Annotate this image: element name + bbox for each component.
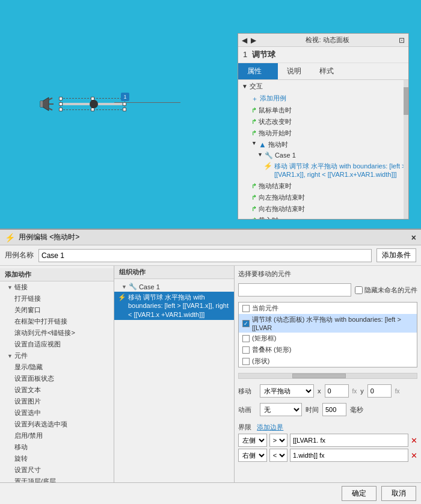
event-state-change[interactable]: ↱ 状态改变时 [238, 116, 408, 128]
time-label: 时间 [306, 405, 319, 414]
action-set-text[interactable]: 设置文本 [0, 384, 114, 396]
left-delete-button[interactable]: ✕ [411, 436, 417, 445]
action-set-selected[interactable]: 设置选中 [0, 407, 114, 419]
left-side-select[interactable]: 左侧 [238, 434, 267, 447]
animate-row: 动画 无 时间 毫秒 [238, 403, 417, 416]
hide-unnamed-checkbox[interactable] [355, 286, 363, 294]
svg-line-1 [49, 98, 52, 100]
y-input[interactable] [367, 384, 392, 398]
left-op-select[interactable]: > [269, 434, 287, 447]
time-input[interactable] [322, 403, 346, 416]
add-condition-button[interactable]: 添加条件 [376, 248, 416, 262]
right-delete-button[interactable]: ✕ [411, 451, 417, 460]
action-set-image[interactable]: 设置图片 [0, 396, 114, 407]
action-scroll-to[interactable]: 滚动到元件<锚链接> [0, 327, 114, 339]
dialog-close-button[interactable]: × [411, 233, 416, 242]
dialog-titlebar: ⚡ 用例编辑 <拖动时> × [0, 230, 421, 245]
panel-content: ▼ 交互 ＋ 添加用例 ↱ 鼠标单击时 ↱ 状态改变时 ↱ 拖动开始时 [238, 80, 408, 219]
action-open-link[interactable]: 打开链接 [0, 293, 114, 304]
action-show-hide[interactable]: 显示/隐藏 [0, 361, 114, 373]
panel-close-icon[interactable]: ◀ [242, 36, 247, 45]
event-drag-right[interactable]: ↱ 向右拖动结束时 [238, 203, 408, 215]
el-rect-checkbox[interactable] [242, 335, 250, 342]
organize-case[interactable]: ▼ 🔧 Case 1 [114, 281, 234, 292]
casename-input[interactable] [38, 249, 372, 262]
panel-expand-icon[interactable]: ⊡ [399, 36, 405, 45]
panel-scrollbar-thumb [404, 87, 408, 115]
el-rect[interactable]: (矩形框) [239, 333, 417, 344]
event-drag[interactable]: ▼ ▲ 拖动时 [238, 139, 408, 150]
el-cup[interactable]: 普叠杯 (矩形) [239, 344, 417, 355]
element-list: 当前元件 调节球 (动态面板) 水平拖动 with boundaries: [l… [238, 302, 417, 367]
action-rotate[interactable]: 旋转 [0, 453, 114, 464]
el-cup-checkbox[interactable] [242, 346, 250, 354]
add-use-case-link[interactable]: ＋ 添加用例 [238, 93, 408, 105]
canvas-area: 1 ◀ ▶ 检视: 动态面板 ⊡ 1 调节球 属性 [0, 0, 421, 229]
dialog-footer: 确定 取消 [0, 482, 421, 504]
el-current[interactable]: 当前元件 [239, 303, 417, 314]
right-value-input[interactable] [290, 449, 408, 462]
x-input[interactable] [325, 384, 349, 398]
action-move[interactable]: ⚡ 移动 调节球 水平拖动 with boundaries: [left > [… [238, 161, 408, 180]
slider-thumb[interactable] [90, 100, 98, 108]
organize-item-0[interactable]: ⚡ 移动 调节球 水平拖动 with boundaries: [left > [… [114, 292, 234, 320]
el-rect-label: (矩形框) [252, 334, 276, 343]
dialog-columns: 添加动作 ▼ 链接 打开链接 关闭窗口 在框架中打开链接 滚动到元件<锚链接> … [0, 266, 421, 482]
event-drag-left[interactable]: ↱ 向左拖动结束时 [238, 192, 408, 203]
organize-tree: ▼ 🔧 Case 1 ⚡ 移动 调节球 水平拖动 with boundaries… [114, 279, 234, 482]
tab-style[interactable]: 样式 [310, 63, 343, 79]
tab-properties[interactable]: 属性 [238, 63, 278, 79]
el-current-checkbox[interactable] [242, 305, 250, 312]
panel-nav-icon[interactable]: ▶ [251, 36, 256, 45]
scrollbar-h[interactable] [238, 373, 417, 379]
group-links-label: 链接 [14, 283, 28, 292]
casename-row: 用例名称 添加条件 [0, 245, 421, 266]
right-op-select[interactable]: < [269, 449, 287, 462]
connector-line [114, 102, 180, 103]
col-configure: 选择要移动的元件 隐藏未命名的元件 当前元件 调节球 (动态面板) 水平拖动 w… [235, 266, 421, 482]
panel-scrollbar[interactable] [404, 80, 408, 219]
case-1[interactable]: ▼ 🔧 Case 1 [238, 150, 408, 161]
add-boundary-link[interactable]: 添加边界 [257, 423, 283, 431]
organize-case-label: Case 1 [139, 283, 160, 290]
action-adaptive-view[interactable]: 设置自适应视图 [0, 339, 114, 350]
move-select[interactable]: 水平拖动 [260, 384, 314, 398]
animate-select[interactable]: 无 [260, 403, 302, 416]
action-set-panel-state[interactable]: 设置面板状态 [0, 373, 114, 384]
el-slider-checkbox[interactable] [242, 320, 250, 327]
el-shape[interactable]: (形状) [239, 355, 417, 367]
el-slider-label: 调节球 (动态面板) 水平拖动 with boundaries: [left >… [252, 315, 413, 331]
panel-title: 检视: 动态面板 [306, 35, 349, 45]
el-shape-checkbox[interactable] [242, 358, 250, 365]
event-mouse-click[interactable]: ↱ 鼠标单击时 [238, 105, 408, 116]
event-drag-end[interactable]: ↱ 拖动结束时 [238, 180, 408, 192]
tab-description[interactable]: 说明 [278, 63, 310, 79]
action-close-window[interactable]: 关闭窗口 [0, 304, 114, 316]
event-load[interactable]: ↱ 载入时 [238, 215, 408, 219]
el-slider[interactable]: 调节球 (动态面板) 水平拖动 with boundaries: [left >… [239, 314, 417, 333]
slider-widget[interactable]: 1 [36, 93, 123, 115]
action-enable-disable[interactable]: 启用/禁用 [0, 430, 114, 441]
action-set-list-item[interactable]: 设置列表选选中项 [0, 419, 114, 430]
y-fx-label: fx [395, 388, 400, 395]
x-label: x [318, 387, 321, 395]
el-cup-label: 普叠杯 (矩形) [252, 345, 291, 354]
group-elements[interactable]: ▼ 元件 [0, 350, 114, 361]
right-side-select[interactable]: 右侧 [238, 449, 267, 462]
slider-track-container: 1 [63, 103, 123, 105]
event-drag-start[interactable]: ↱ 拖动开始时 [238, 128, 408, 139]
action-set-size[interactable]: 设置尺寸 [0, 464, 114, 476]
action-set-layer[interactable]: 置于顶层/底层 [0, 476, 114, 482]
action-move[interactable]: 移动 [0, 441, 114, 453]
action-open-frame-link[interactable]: 在框架中打开链接 [0, 316, 114, 327]
cancel-button[interactable]: 取消 [381, 486, 416, 501]
section-interaction[interactable]: ▼ 交互 [238, 80, 408, 93]
animate-label: 动画 [238, 405, 256, 414]
ok-button[interactable]: 确定 [342, 486, 376, 501]
element-search-input[interactable] [238, 283, 351, 297]
move-label: 移动 [238, 387, 256, 396]
action-icon: ⚡ [118, 293, 126, 301]
left-value-input[interactable] [290, 434, 408, 447]
group-links[interactable]: ▼ 链接 [0, 281, 114, 293]
col1-header: 添加动作 [0, 268, 114, 281]
